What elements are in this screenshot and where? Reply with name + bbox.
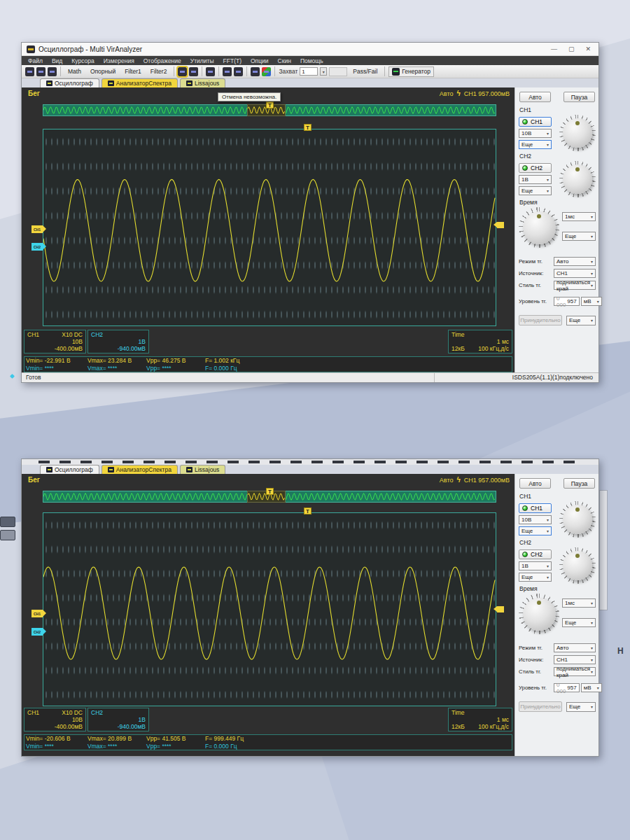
erase-icon[interactable] bbox=[206, 67, 215, 76]
ch1-enable-button[interactable]: CH1 bbox=[519, 503, 552, 513]
title-bar[interactable]: Осциллограф - Multi VirAnalyzer — ▢ ✕ bbox=[22, 43, 598, 56]
ch1-volts-select[interactable]: 10В ▾ bbox=[519, 515, 552, 524]
trigger-level-unit-select[interactable]: мВ ▾ bbox=[581, 297, 602, 306]
trigger-style-select[interactable]: подниматься край ▾ bbox=[554, 281, 596, 290]
ch2-position-knob[interactable] bbox=[559, 161, 596, 197]
filter1-button[interactable]: Filter1 bbox=[121, 66, 145, 76]
ch2-more-select[interactable]: Еще ▾ bbox=[519, 186, 552, 195]
capture-spinner[interactable]: ▾ bbox=[320, 67, 327, 76]
capture-count-input[interactable]: 1 bbox=[300, 67, 318, 76]
ch2-position-marker[interactable]: CH2 bbox=[31, 243, 43, 251]
display-icon[interactable] bbox=[178, 67, 187, 76]
ch2-volts-select[interactable]: 1В ▾ bbox=[519, 561, 552, 570]
menu-item-1[interactable]: Файл bbox=[28, 57, 43, 64]
tab-lissajous[interactable]: Lissajous bbox=[180, 465, 225, 474]
help-icon[interactable] bbox=[48, 67, 57, 76]
ch1-position-knob[interactable] bbox=[559, 115, 596, 151]
auto-button[interactable]: Авто bbox=[519, 92, 551, 102]
auto-button[interactable]: Авто bbox=[519, 478, 551, 489]
chevron-down-icon: ▾ bbox=[591, 259, 593, 264]
menu-item-2[interactable]: Вид bbox=[52, 57, 62, 64]
ch1-position-marker[interactable]: CH1 bbox=[31, 610, 43, 617]
tab-lissajous[interactable]: Lissajous bbox=[180, 78, 225, 88]
chevron-down-icon: ▾ bbox=[591, 669, 593, 674]
trigger-level-input[interactable]: 0 000 957 bbox=[554, 683, 580, 692]
timebase-knob[interactable] bbox=[519, 594, 559, 634]
cursor-icon[interactable] bbox=[223, 67, 232, 76]
pause-button[interactable]: Пауза bbox=[564, 92, 595, 102]
time-more-label: Еще bbox=[565, 620, 576, 626]
trigger-position-flag[interactable]: T bbox=[266, 102, 274, 108]
trigger-time-flag[interactable]: T bbox=[304, 507, 312, 514]
close-button[interactable]: ✕ bbox=[585, 46, 591, 52]
ch2-position-marker[interactable]: CH2 bbox=[31, 628, 43, 636]
minimize-button[interactable]: — bbox=[551, 46, 557, 52]
ch1-vmin: Vmin= -22.991 В bbox=[26, 357, 88, 365]
filter2-button[interactable]: Filter2 bbox=[147, 66, 171, 76]
ch2-enable-button[interactable]: CH2 bbox=[519, 550, 552, 559]
force-trigger-button[interactable]: Принудительно bbox=[519, 701, 562, 712]
tab-oscilloscope[interactable]: Осциллограф bbox=[40, 78, 99, 88]
persist-icon[interactable] bbox=[189, 67, 198, 76]
menu-item-7[interactable]: FFT(Т) bbox=[223, 57, 241, 64]
ch1-volts-select[interactable]: 10В ▾ bbox=[519, 129, 552, 138]
ch1-enable-button[interactable]: CH1 bbox=[519, 117, 552, 127]
ch1-position-knob[interactable] bbox=[559, 501, 596, 538]
pen-icon[interactable] bbox=[251, 67, 260, 76]
open-icon[interactable] bbox=[25, 67, 34, 76]
menu-item-8[interactable]: Опции bbox=[251, 57, 269, 64]
tab-spectrum-analyzer[interactable]: АнализаторСпектра bbox=[102, 465, 178, 474]
pause-button[interactable]: Пауза bbox=[564, 478, 595, 489]
ch1-more-select[interactable]: Еще ▾ bbox=[519, 140, 552, 149]
trigger-level-input[interactable]: 0 000 957 bbox=[554, 297, 580, 306]
palette-icon[interactable] bbox=[262, 67, 271, 76]
toolbar-separator bbox=[384, 66, 385, 76]
chevron-down-icon: ▾ bbox=[591, 214, 593, 219]
trigger-more-select[interactable]: Еще ▾ bbox=[566, 316, 596, 326]
generator-button[interactable]: Генератор bbox=[388, 66, 434, 77]
menu-item-6[interactable]: Утилиты bbox=[190, 57, 214, 64]
maximize-button[interactable]: ▢ bbox=[568, 46, 575, 52]
tab-spectrum-analyzer[interactable]: АнализаторСпектра bbox=[102, 78, 178, 88]
ch2-more-select[interactable]: Еще ▾ bbox=[519, 573, 552, 582]
ch2-enable-button[interactable]: CH2 bbox=[519, 163, 552, 173]
menu-item-9[interactable]: Скин bbox=[278, 57, 291, 64]
trigger-style-select[interactable]: подниматься край ▾ bbox=[554, 667, 596, 676]
measurements-box: Vmin= -20.606 В Vmax= 20.899 В Vpp= 41.5… bbox=[24, 734, 512, 750]
trigger-source-select[interactable]: CH1 ▾ bbox=[554, 269, 596, 278]
trigger-source-select[interactable]: CH1 ▾ bbox=[554, 655, 596, 664]
ch1-position-marker[interactable]: CH1 bbox=[31, 225, 43, 233]
time-more-select[interactable]: Еще ▾ bbox=[562, 618, 596, 627]
timebase-select[interactable]: 1мс ▾ bbox=[562, 212, 596, 221]
menu-item-3[interactable]: Курсора bbox=[71, 57, 94, 64]
waveform-plot[interactable] bbox=[43, 129, 496, 326]
time-more-select[interactable]: Еще ▾ bbox=[562, 232, 596, 241]
trigger-mode-select[interactable]: Авто ▾ bbox=[554, 257, 596, 266]
waveform-plot[interactable] bbox=[43, 512, 496, 706]
passfail-button[interactable]: Pass/Fail bbox=[349, 66, 381, 76]
ch2-position-knob[interactable] bbox=[559, 547, 596, 584]
save-icon[interactable] bbox=[36, 67, 46, 76]
snapshot-icon[interactable] bbox=[234, 67, 243, 76]
trigger-time-flag[interactable]: T bbox=[304, 124, 312, 131]
menu-item-5[interactable]: Отображение bbox=[144, 57, 181, 64]
timebase-knob[interactable] bbox=[519, 207, 559, 248]
trigger-position-flag[interactable]: T bbox=[266, 488, 274, 495]
trigger-mode-select[interactable]: Авто ▾ bbox=[554, 643, 596, 652]
force-trigger-button[interactable]: Принудительно bbox=[519, 315, 562, 326]
ch1-more-select[interactable]: Еще ▾ bbox=[519, 526, 552, 536]
trigger-level-marker[interactable] bbox=[497, 606, 504, 612]
timebase-select[interactable]: 1мс ▾ bbox=[562, 598, 596, 608]
spectrum-tab-icon bbox=[108, 80, 114, 86]
menu-item-10[interactable]: Помощь bbox=[300, 57, 323, 64]
menu-item-4[interactable]: Измерения bbox=[104, 57, 134, 64]
math-button[interactable]: Math bbox=[64, 66, 85, 76]
ch2-led-icon bbox=[522, 165, 528, 171]
ch2-volts-select[interactable]: 1В ▾ bbox=[519, 175, 552, 184]
ch1-vmin: Vmin= -20.606 В bbox=[26, 735, 88, 743]
trigger-more-select[interactable]: Еще ▾ bbox=[566, 702, 596, 712]
trigger-level-unit-select[interactable]: мВ ▾ bbox=[581, 683, 602, 692]
reference-button[interactable]: Опорный bbox=[87, 66, 119, 76]
trigger-level-marker[interactable] bbox=[497, 222, 504, 228]
tab-oscilloscope[interactable]: Осциллограф bbox=[40, 465, 99, 474]
